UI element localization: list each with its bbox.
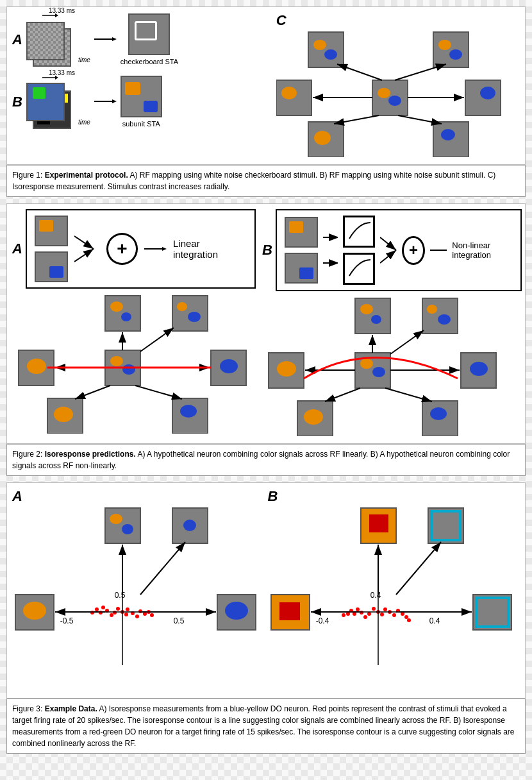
fig1b-time: time: [78, 119, 90, 126]
svg-point-26: [314, 131, 331, 145]
svg-point-28: [441, 129, 455, 140]
fig2b-nl-curve-bot: [346, 257, 372, 281]
fig2-label-b: B: [262, 242, 272, 259]
figure1-caption: Figure 1: Experimental protocol. A) RF m…: [6, 165, 526, 197]
fig2b-arrow-out: [430, 244, 447, 257]
svg-point-115: [135, 615, 139, 618]
svg-line-29: [334, 115, 379, 124]
svg-line-100: [140, 542, 185, 595]
svg-line-47: [140, 328, 174, 352]
svg-point-38: [110, 356, 123, 366]
svg-point-123: [150, 613, 154, 617]
fig1b-arrow: [94, 97, 117, 106]
fig1b-sta-label: subunit STA: [122, 120, 160, 128]
svg-point-112: [110, 613, 113, 617]
svg-point-109: [124, 613, 128, 616]
fig2a-arrows-to-sum: [74, 223, 100, 275]
svg-text:0.5: 0.5: [115, 591, 126, 600]
svg-text:-0.4: -0.4: [315, 616, 329, 625]
svg-line-92: [385, 388, 432, 402]
svg-point-55: [54, 407, 73, 422]
svg-text:0.5: 0.5: [174, 616, 185, 625]
fig2b-arrows-to-nl: [323, 225, 338, 276]
fig1-label-a: A: [12, 31, 22, 48]
svg-marker-5: [55, 76, 58, 80]
fig2a-arrow-out: [144, 242, 167, 255]
svg-point-20: [281, 87, 297, 99]
fig2a-stim-col: [35, 216, 68, 282]
svg-rect-138: [279, 602, 300, 620]
svg-line-14: [337, 64, 382, 80]
svg-point-74: [360, 304, 373, 314]
svg-point-154: [353, 612, 356, 616]
figure3-caption: Figure 3: Example Data. A) Isoresponse m…: [6, 699, 526, 754]
figure1-panel: A 13.33 ms time: [6, 6, 526, 165]
svg-line-56: [75, 386, 110, 399]
fig2a-stim-top: [35, 216, 68, 246]
svg-point-117: [138, 609, 142, 613]
fig3-label-a: A: [12, 488, 22, 504]
fig1a-sta-label: checkerboard STA: [121, 58, 178, 65]
svg-rect-132: [369, 514, 388, 532]
svg-point-45: [177, 302, 187, 311]
svg-point-157: [404, 615, 408, 619]
fig3a-panel: A: [12, 488, 265, 693]
svg-text:-0.5: -0.5: [60, 616, 74, 625]
fig1a-arrow: [94, 35, 117, 44]
figure2-panel: A: [6, 203, 526, 444]
svg-point-116: [101, 606, 105, 609]
fig2a-iso-diagram: [12, 292, 256, 434]
fig1b-stacked-stims: 13.33 ms: [26, 81, 74, 129]
svg-text:0.4: 0.4: [429, 616, 440, 625]
svg-point-119: [143, 612, 147, 616]
svg-line-80: [390, 330, 424, 354]
svg-rect-73: [355, 298, 390, 334]
svg-line-59: [135, 386, 182, 399]
svg-line-18: [395, 64, 446, 80]
svg-line-66: [380, 250, 396, 263]
fig1b-ms-arrow: [39, 74, 58, 90]
fig3-label-b: B: [268, 488, 278, 504]
svg-point-120: [95, 607, 99, 611]
svg-point-122: [90, 611, 94, 615]
svg-point-78: [427, 305, 437, 314]
svg-point-148: [363, 615, 367, 619]
fig2a-stim-bot: [35, 251, 68, 282]
svg-point-105: [225, 602, 248, 620]
svg-marker-7: [112, 99, 117, 103]
main-content: A 13.33 ms time: [0, 0, 532, 767]
svg-point-88: [304, 409, 323, 425]
svg-point-96: [122, 524, 133, 534]
svg-point-118: [99, 611, 103, 615]
fig3b-diagram: 0.4 -0.4 0.4: [268, 505, 518, 691]
svg-line-136: [396, 542, 441, 595]
fig2b-nonlinear-label: Non-linear integration: [452, 241, 512, 260]
svg-point-99: [183, 520, 196, 531]
fig2b-arrows-to-sum: [380, 225, 397, 276]
fig1c-diagram: [276, 29, 520, 157]
svg-point-147: [383, 607, 387, 611]
fig2a-linear-label: Linear integration: [173, 238, 247, 260]
svg-point-72: [372, 367, 385, 377]
fig3a-diagram: 0.5 -0.5 0.5: [12, 505, 262, 691]
svg-rect-11: [308, 32, 344, 67]
fig2b-nl-curve-top: [346, 219, 372, 244]
caption1-title: Figure 1:: [12, 171, 42, 180]
svg-rect-15: [433, 32, 469, 67]
svg-point-152: [356, 607, 360, 611]
fig2a-panel: A: [12, 209, 256, 438]
svg-line-30: [398, 115, 442, 124]
svg-point-108: [116, 607, 120, 611]
svg-point-82: [277, 361, 296, 377]
fig1c-panel: C: [276, 12, 520, 159]
svg-rect-140: [473, 595, 511, 630]
svg-text:0.4: 0.4: [370, 591, 381, 600]
svg-point-52: [220, 359, 238, 373]
fig2b-nl-boxes: [343, 216, 375, 285]
svg-point-75: [371, 315, 381, 324]
svg-point-159: [407, 618, 411, 622]
caption1-bold: Experimental protocol.: [45, 171, 128, 180]
caption2-title: Figure 2:: [12, 450, 42, 459]
fig2b-panel: B: [262, 209, 522, 438]
fig2b-iso-diagram: [262, 295, 506, 436]
